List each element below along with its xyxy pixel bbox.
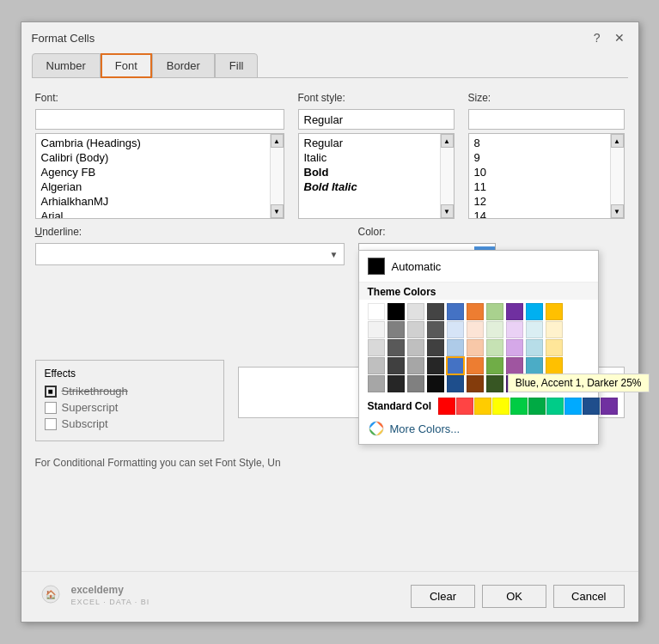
- font-name-input[interactable]: [35, 109, 284, 130]
- theme-color-swatch[interactable]: [368, 321, 385, 338]
- standard-color-swatch[interactable]: [546, 398, 564, 415]
- theme-color-swatch[interactable]: [427, 321, 444, 338]
- list-item[interactable]: ArhialkhanMJ: [36, 194, 270, 209]
- scroll-down-btn[interactable]: ▼: [271, 204, 284, 218]
- standard-color-swatch[interactable]: [528, 398, 546, 415]
- more-colors-row[interactable]: More Colors...: [359, 415, 598, 444]
- theme-color-swatch[interactable]: [486, 357, 503, 374]
- list-item[interactable]: Calibri (Body): [36, 150, 270, 165]
- list-item[interactable]: Bold: [299, 165, 440, 179]
- theme-color-swatch[interactable]: [407, 339, 424, 356]
- theme-color-swatch[interactable]: [467, 357, 484, 374]
- theme-color-swatch[interactable]: [387, 357, 405, 374]
- list-item[interactable]: 10: [469, 165, 610, 179]
- theme-color-swatch[interactable]: [368, 357, 385, 374]
- list-item[interactable]: Algerian: [36, 179, 270, 194]
- list-item[interactable]: 11: [469, 179, 610, 194]
- theme-color-swatch[interactable]: [467, 375, 484, 392]
- list-item[interactable]: Agency FB: [36, 165, 270, 179]
- list-item[interactable]: Bold Italic: [299, 179, 440, 194]
- tab-fill[interactable]: Fill: [215, 53, 259, 78]
- list-item[interactable]: Italic: [299, 150, 440, 165]
- theme-color-swatch[interactable]: [526, 321, 543, 338]
- theme-color-swatch[interactable]: [427, 339, 444, 356]
- theme-color-swatch[interactable]: [546, 339, 563, 356]
- theme-color-swatch[interactable]: [506, 357, 523, 374]
- standard-color-swatch[interactable]: [492, 398, 510, 415]
- scroll-up-btn[interactable]: ▲: [441, 134, 454, 148]
- superscript-checkbox[interactable]: [45, 402, 57, 414]
- standard-color-swatch[interactable]: [510, 398, 528, 415]
- theme-color-swatch[interactable]: [467, 339, 484, 356]
- list-item[interactable]: 8: [469, 136, 610, 150]
- theme-color-swatch[interactable]: [506, 339, 523, 356]
- standard-color-swatch[interactable]: [583, 398, 600, 415]
- theme-color-swatch[interactable]: [467, 303, 484, 320]
- ok-button[interactable]: OK: [482, 585, 546, 608]
- standard-color-swatch[interactable]: [456, 398, 473, 415]
- list-item[interactable]: 9: [469, 150, 610, 165]
- font-style-list[interactable]: Regular Italic Bold Bold Italic ▲ ▼: [298, 133, 455, 219]
- theme-color-swatch[interactable]: [407, 375, 424, 392]
- font-style-input[interactable]: [298, 109, 455, 130]
- theme-color-swatch[interactable]: [486, 303, 503, 320]
- underline-select[interactable]: ▼: [35, 243, 345, 265]
- cancel-button[interactable]: Cancel: [553, 585, 624, 608]
- theme-color-swatch[interactable]: [526, 357, 543, 374]
- standard-color-swatch[interactable]: [438, 398, 455, 415]
- size-list-scrollbar[interactable]: ▲ ▼: [610, 134, 624, 218]
- subscript-checkbox[interactable]: [45, 418, 57, 430]
- theme-color-swatch[interactable]: [546, 357, 563, 374]
- theme-color-swatch[interactable]: [467, 321, 484, 338]
- theme-color-swatch[interactable]: [368, 303, 385, 320]
- strikethrough-checkbox[interactable]: ■: [45, 386, 57, 398]
- scroll-up-btn[interactable]: ▲: [611, 134, 624, 148]
- tab-font[interactable]: Font: [101, 53, 152, 78]
- theme-color-swatch[interactable]: [387, 321, 405, 338]
- theme-color-swatch[interactable]: [387, 303, 405, 320]
- theme-color-swatch[interactable]: [526, 303, 543, 320]
- theme-color-swatch[interactable]: [447, 375, 464, 392]
- font-size-list[interactable]: 8 9 10 11 12 14 ▲ ▼: [468, 133, 625, 219]
- theme-color-swatch[interactable]: [526, 339, 543, 356]
- standard-color-swatch[interactable]: [601, 398, 618, 415]
- theme-color-swatch[interactable]: [387, 375, 405, 392]
- font-size-input[interactable]: [468, 109, 625, 130]
- theme-color-swatch[interactable]: [506, 303, 523, 320]
- theme-color-swatch[interactable]: [546, 321, 563, 338]
- scroll-up-btn[interactable]: ▲: [271, 134, 284, 148]
- list-item[interactable]: Cambria (Headings): [36, 136, 270, 150]
- clear-button[interactable]: Clear: [411, 585, 475, 608]
- list-item[interactable]: Arial: [36, 209, 270, 218]
- scroll-down-btn[interactable]: ▼: [611, 204, 624, 218]
- theme-color-swatch[interactable]: [427, 357, 444, 374]
- theme-color-swatch[interactable]: [486, 321, 503, 338]
- theme-color-swatch[interactable]: [447, 303, 464, 320]
- help-button[interactable]: ?: [590, 29, 604, 46]
- standard-color-swatch[interactable]: [564, 398, 582, 415]
- font-name-list[interactable]: Cambria (Headings) Calibri (Body) Agency…: [35, 133, 284, 219]
- tab-number[interactable]: Number: [32, 53, 101, 78]
- theme-color-swatch[interactable]: [368, 339, 385, 356]
- theme-color-swatch[interactable]: [546, 303, 563, 320]
- theme-color-swatch[interactable]: [407, 321, 424, 338]
- list-item[interactable]: 12: [469, 194, 610, 209]
- theme-color-swatch[interactable]: [427, 303, 444, 320]
- scroll-down-btn[interactable]: ▼: [441, 204, 454, 218]
- theme-color-swatch[interactable]: [486, 375, 503, 392]
- theme-color-swatch[interactable]: [447, 321, 464, 338]
- tab-border[interactable]: Border: [152, 53, 215, 78]
- theme-color-swatch[interactable]: [447, 339, 464, 356]
- list-item[interactable]: 14: [469, 209, 610, 218]
- theme-color-swatch[interactable]: [427, 375, 444, 392]
- standard-color-swatch[interactable]: [474, 398, 491, 415]
- color-auto-row[interactable]: Automatic: [359, 251, 598, 283]
- theme-color-swatch[interactable]: [486, 339, 503, 356]
- theme-color-swatch[interactable]: [447, 357, 464, 374]
- close-button[interactable]: ✕: [611, 29, 628, 46]
- style-list-scrollbar[interactable]: ▲ ▼: [440, 134, 454, 218]
- theme-color-swatch[interactable]: [387, 339, 405, 356]
- theme-color-swatch[interactable]: [407, 303, 424, 320]
- theme-color-swatch[interactable]: [506, 321, 523, 338]
- list-item[interactable]: Regular: [299, 136, 440, 150]
